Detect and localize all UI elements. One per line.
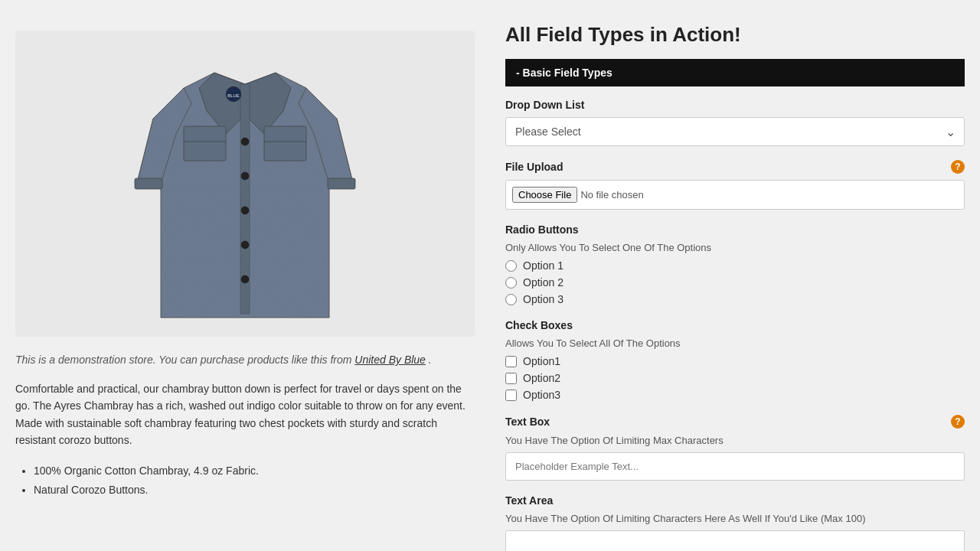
text-area-sublabel: You Have The Option Of Limiting Characte… (505, 513, 965, 524)
radio-option-3-label: Option 3 (523, 293, 564, 305)
section-header: - Basic Field Types (505, 59, 965, 86)
checkbox-input-2[interactable] (505, 373, 517, 384)
product-description: Comfortable and practical, our chambray … (15, 380, 475, 449)
radio-field-group: Radio Buttons Only Allows You To Select … (505, 223, 965, 305)
text-box-field-group: Text Box ? You Have The Option Of Limiti… (505, 415, 965, 481)
radio-option-3: Option 3 (505, 293, 965, 305)
svg-rect-14 (328, 178, 355, 189)
dropdown-wrapper: Please SelectOption 1Option 2Option 3 ⌄ (505, 117, 965, 146)
file-upload-input[interactable] (505, 180, 965, 210)
text-box-input[interactable] (505, 452, 965, 481)
left-panel: BLUE This is a demonstration store. You … (0, 15, 490, 551)
checkbox-option-2: Option2 (505, 372, 965, 384)
text-area-label: Text Area (505, 494, 965, 507)
dropdown-field-group: Drop Down List Please SelectOption 1Opti… (505, 99, 965, 146)
svg-point-7 (241, 241, 249, 249)
brand-link[interactable]: United By Blue (354, 354, 426, 366)
right-panel: All Field Types in Action! - Basic Field… (490, 15, 980, 551)
checkbox-option-2-label: Option2 (523, 372, 560, 384)
text-box-sublabel: You Have The Option Of Limiting Max Char… (505, 435, 965, 446)
feature-item: Natural Corozo Buttons. (34, 481, 475, 500)
file-upload-label: File Upload (505, 161, 563, 173)
radio-input-2[interactable] (505, 277, 517, 289)
text-box-label: Text Box (505, 416, 550, 428)
product-features-list: 100% Organic Cotton Chambray, 4.9 oz Fab… (15, 461, 475, 500)
file-upload-help-icon[interactable]: ? (951, 160, 965, 174)
svg-text:BLUE: BLUE (227, 93, 240, 98)
checkbox-option-3: Option3 (505, 389, 965, 401)
file-upload-label-row: File Upload ? (505, 160, 965, 174)
radio-input-1[interactable] (505, 260, 517, 272)
radio-sublabel: Only Allows You To Select One Of The Opt… (505, 242, 965, 253)
file-upload-wrapper (505, 180, 965, 210)
file-upload-field-group: File Upload ? (505, 160, 965, 210)
radio-option-1: Option 1 (505, 259, 965, 272)
product-image: BLUE (122, 42, 368, 325)
svg-point-6 (241, 207, 249, 214)
checkbox-field-group: Check Boxes Allows You To Select All Of … (505, 319, 965, 401)
radio-option-2: Option 2 (505, 276, 965, 289)
feature-item: 100% Organic Cotton Chambray, 4.9 oz Fab… (34, 461, 475, 481)
checkbox-sublabel: Allows You To Select All Of The Options (505, 337, 965, 349)
dropdown-select[interactable]: Please SelectOption 1Option 2Option 3 (505, 117, 965, 146)
text-box-label-row: Text Box ? (505, 415, 965, 429)
svg-rect-13 (135, 178, 162, 189)
svg-rect-9 (184, 126, 226, 161)
text-area-input[interactable] (505, 530, 965, 551)
demo-notice: This is a demonstration store. You can p… (15, 352, 475, 368)
text-area-field-group: Text Area You Have The Option Of Limitin… (505, 494, 965, 551)
radio-label: Radio Buttons (505, 223, 965, 236)
svg-point-5 (241, 172, 249, 180)
radio-option-2-label: Option 2 (523, 276, 564, 289)
svg-point-4 (241, 138, 249, 145)
radio-input-3[interactable] (505, 294, 517, 305)
dropdown-label: Drop Down List (505, 99, 965, 111)
checkbox-input-1[interactable] (505, 356, 517, 367)
svg-rect-11 (264, 126, 306, 161)
product-image-container: BLUE (15, 31, 475, 337)
radio-option-1-label: Option 1 (523, 259, 564, 272)
checkbox-option-1-label: Option1 (523, 355, 560, 367)
checkbox-input-3[interactable] (505, 390, 517, 401)
checkbox-option-3-label: Option3 (523, 389, 560, 401)
checkbox-option-1: Option1 (505, 355, 965, 367)
svg-point-8 (241, 276, 249, 283)
page-title: All Field Types in Action! (505, 23, 965, 47)
checkbox-label: Check Boxes (505, 319, 965, 331)
text-box-help-icon[interactable]: ? (951, 415, 965, 429)
